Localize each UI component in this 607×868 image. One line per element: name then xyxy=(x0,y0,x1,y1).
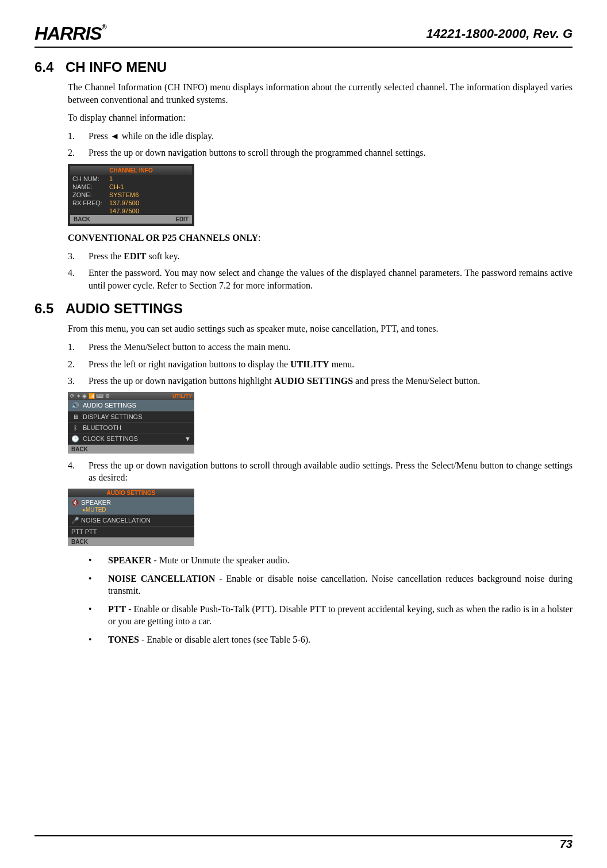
menu-item: 🎤 NOISE CANCELLATION xyxy=(68,515,194,527)
list-item: 4.Press the up or down navigation button… xyxy=(68,459,573,484)
ordered-list: 1.Press the Menu/Select button to access… xyxy=(68,341,573,387)
menu-item: ᛒBLUETOOTH xyxy=(68,423,194,433)
list-item: NOISE CANCELLATION - Enable or disable n… xyxy=(89,573,573,597)
screenshot-title: AUDIO SETTINGS xyxy=(68,489,194,497)
back-softkey: BACK xyxy=(74,216,90,222)
menu-item: 🔊AUDIO SETTINGS xyxy=(68,400,194,412)
list-item: 2.Press the up or down navigation button… xyxy=(68,147,573,159)
section-number: 6.5 xyxy=(34,301,66,317)
screenshot-softkeys: BACK xyxy=(68,537,194,546)
edit-softkey: EDIT xyxy=(175,216,189,222)
section-heading-64: 6.4CH INFO MENU xyxy=(34,59,573,75)
ordered-list: 4.Press the up or down navigation button… xyxy=(68,459,573,484)
ptt-icon: PTT xyxy=(71,528,83,535)
screenshot-softkeys: BACK EDIT xyxy=(70,215,192,224)
document-id: 14221-1800-2000, Rev. G xyxy=(427,26,573,41)
section-heading-65: 6.5AUDIO SETTINGS xyxy=(34,301,573,317)
back-softkey: BACK xyxy=(71,539,88,545)
screenshot-topbar: ⟳ ✶ ◉ 📶 ⌨ ⚙ UTILITY xyxy=(68,392,194,400)
list-item: 1.Press the Menu/Select button to access… xyxy=(68,341,573,354)
bluetooth-icon: ᛒ xyxy=(71,424,79,431)
logo: HARRIS® xyxy=(34,23,106,44)
down-arrow-icon: ▼ xyxy=(185,435,191,442)
menu-item: PTT PTT xyxy=(68,527,194,537)
left-arrow-icon: ◄ xyxy=(110,131,120,141)
menu-item: 🕒CLOCK SETTINGS▼ xyxy=(68,433,194,445)
utility-label: UTILITY xyxy=(172,393,192,399)
page-footer: 73 xyxy=(34,835,573,851)
subheading: CONVENTIONAL OR P25 CHANNELS ONLY: xyxy=(68,232,573,244)
table-row: 147.97500 xyxy=(70,207,192,215)
audio-settings-screenshot: AUDIO SETTINGS 🔇 SPEAKER ▸MUTED 🎤 NOISE … xyxy=(68,489,194,546)
paragraph: To display channel information: xyxy=(68,112,573,124)
page-header: HARRIS® 14221-1800-2000, Rev. G xyxy=(34,23,573,48)
section-number: 6.4 xyxy=(34,59,66,75)
ordered-list: 1.Press ◄ while on the idle display. 2.P… xyxy=(68,130,573,159)
page-number: 73 xyxy=(560,838,573,850)
list-item: PTT - Enable or disable Push-To-Talk (PT… xyxy=(89,603,573,628)
section-title: CH INFO MENU xyxy=(66,59,167,75)
paragraph: From this menu, you can set audio settin… xyxy=(68,322,573,335)
speaker-icon: 🔊 xyxy=(71,402,79,409)
section-title: AUDIO SETTINGS xyxy=(66,301,183,316)
ordered-list: 3.Press the EDIT soft key. 4.Enter the p… xyxy=(68,250,573,292)
table-row: CH NUM:1 xyxy=(70,175,192,183)
list-item: 3.Press the up or down navigation button… xyxy=(68,375,573,387)
back-softkey: BACK xyxy=(71,446,88,452)
menu-item: 🖥DISPLAY SETTINGS xyxy=(68,412,194,423)
paragraph: The Channel Information (CH INFO) menu d… xyxy=(68,81,573,106)
screenshot-softkeys: BACK xyxy=(68,445,194,454)
list-item: 1.Press ◄ while on the idle display. xyxy=(68,130,573,143)
list-item: SPEAKER - Mute or Unmute the speaker aud… xyxy=(89,554,573,567)
table-row: ZONE:SYSTEM6 xyxy=(70,191,192,199)
bullet-list: SPEAKER - Mute or Unmute the speaker aud… xyxy=(89,554,573,646)
list-item: TONES - Enable or disable alert tones (s… xyxy=(89,633,573,646)
list-item: 2.Press the left or right navigation but… xyxy=(68,358,573,371)
status-icons: ⟳ ✶ ◉ 📶 ⌨ ⚙ xyxy=(70,393,110,399)
speaker-icon: 🔇 xyxy=(71,499,79,506)
screenshot-title: CHANNEL INFO xyxy=(70,166,192,175)
list-item: 3.Press the EDIT soft key. xyxy=(68,250,573,263)
channel-info-screenshot: CHANNEL INFO CH NUM:1 NAME:CH-1 ZONE:SYS… xyxy=(68,164,194,226)
list-item: 4.Enter the password. You may now select… xyxy=(68,267,573,291)
clock-icon: 🕒 xyxy=(71,435,79,443)
table-row: RX FREQ:137.97500 xyxy=(70,199,192,207)
display-icon: 🖥 xyxy=(71,413,79,420)
menu-item: 🔇 SPEAKER ▸MUTED xyxy=(68,497,194,515)
utility-menu-screenshot: ⟳ ✶ ◉ 📶 ⌨ ⚙ UTILITY 🔊AUDIO SETTINGS 🖥DIS… xyxy=(68,392,194,454)
noise-icon: 🎤 xyxy=(71,517,79,524)
table-row: NAME:CH-1 xyxy=(70,183,192,191)
menu-item-value: ▸MUTED xyxy=(71,506,191,513)
